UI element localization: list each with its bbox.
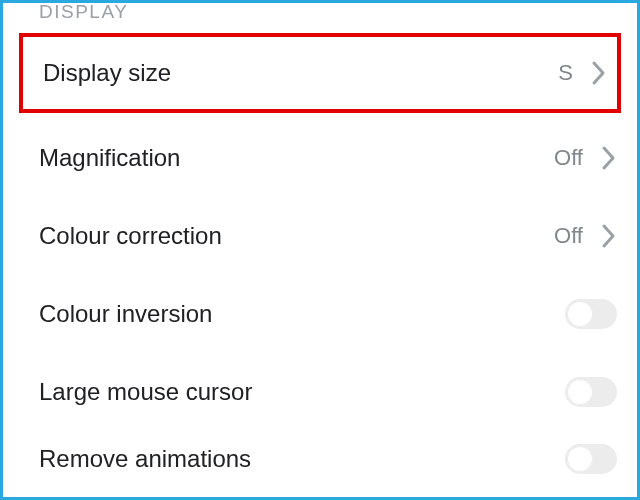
row-display-size[interactable]: Display size S — [23, 37, 617, 109]
row-right: Off — [554, 223, 617, 249]
highlight-box: Display size S — [19, 33, 621, 113]
chevron-right-icon — [601, 223, 617, 249]
row-label-remove-animations: Remove animations — [39, 445, 251, 473]
row-value-colour-correction: Off — [554, 223, 583, 249]
row-right — [565, 299, 617, 329]
row-label-display-size: Display size — [43, 59, 171, 87]
toggle-knob — [567, 301, 593, 327]
row-label-magnification: Magnification — [39, 144, 180, 172]
row-right: S — [558, 60, 607, 86]
settings-screen: DISPLAY Display size S Magnification Off… — [0, 0, 640, 500]
row-value-magnification: Off — [554, 145, 583, 171]
section-header-display: DISPLAY — [3, 0, 637, 29]
row-value-display-size: S — [558, 60, 573, 86]
row-remove-animations[interactable]: Remove animations — [3, 431, 637, 487]
row-label-large-mouse-cursor: Large mouse cursor — [39, 378, 252, 406]
toggle-remove-animations[interactable] — [565, 444, 617, 474]
toggle-large-mouse-cursor[interactable] — [565, 377, 617, 407]
toggle-knob — [567, 379, 593, 405]
row-right — [565, 444, 617, 474]
row-label-colour-correction: Colour correction — [39, 222, 222, 250]
chevron-right-icon — [591, 60, 607, 86]
row-colour-inversion[interactable]: Colour inversion — [3, 275, 637, 353]
toggle-knob — [567, 446, 593, 472]
row-right — [565, 377, 617, 407]
row-label-colour-inversion: Colour inversion — [39, 300, 212, 328]
toggle-colour-inversion[interactable] — [565, 299, 617, 329]
row-magnification[interactable]: Magnification Off — [3, 119, 637, 197]
row-colour-correction[interactable]: Colour correction Off — [3, 197, 637, 275]
chevron-right-icon — [601, 145, 617, 171]
row-large-mouse-cursor[interactable]: Large mouse cursor — [3, 353, 637, 431]
row-right: Off — [554, 145, 617, 171]
